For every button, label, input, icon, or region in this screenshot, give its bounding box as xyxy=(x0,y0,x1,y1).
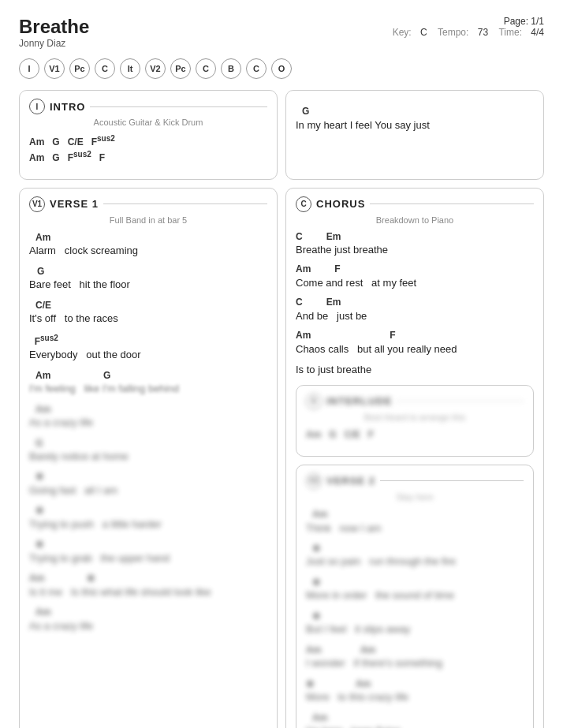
chorus-divider xyxy=(370,203,534,204)
chorus-chords3: C Em xyxy=(296,297,534,309)
intro-right-content: G In my heart I feel You say just xyxy=(296,105,534,133)
v1-chord4: Fsus2 xyxy=(29,333,267,349)
v1-chord1: Am xyxy=(35,231,267,245)
intro-chords: Am G C/E Fsus2 Am G Fsus2 F xyxy=(29,133,267,165)
verse2-blurred: Stay here Am Think now I am ⊕ Just so pa… xyxy=(306,492,524,728)
v1-chord5: Am G xyxy=(35,369,267,383)
nav-item-Pc2[interactable]: Pc xyxy=(170,58,191,79)
v1-lyric5: I'm feeling like I'm falling behind xyxy=(29,382,267,396)
nav-item-Pc1[interactable]: Pc xyxy=(69,58,90,79)
nav-item-I[interactable]: I xyxy=(19,58,39,79)
verse1-block2: G Bare feet hit the floor xyxy=(29,265,267,293)
chorus-chords2: Am F xyxy=(296,263,534,276)
main-grid: I INTRO Acoustic Guitar & Kick Drum Am G… xyxy=(19,90,544,728)
chorus-block1: C Em Breathe just breathe xyxy=(296,231,534,258)
verse1-block3: C/E It's off to the races xyxy=(29,299,267,327)
chorus-header: C CHORUS xyxy=(296,196,534,212)
chorus-block3: C Em And be just be xyxy=(296,297,534,323)
chorus-lyric5: Is to just breathe xyxy=(296,363,534,377)
verse1-subtitle: Full Band in at bar 5 xyxy=(29,215,267,225)
chorus-block4: Am F Chaos calls but all you really need xyxy=(296,330,534,357)
interlude-section-right: It INTERLUDE Best Heard to arrange this … xyxy=(296,385,534,457)
intro-divider xyxy=(90,106,267,107)
chorus-subtitle: Breakdown to Piano xyxy=(296,215,534,225)
intro-right-chord: G xyxy=(302,105,534,118)
artist-name: Jonny Diaz xyxy=(19,38,89,49)
key-tempo-time: Key: C Tempo: 73 Time: 4/4 xyxy=(386,27,544,38)
chorus-block5: Is to just breathe xyxy=(296,363,534,377)
chorus-lyric3: And be just be xyxy=(296,309,534,323)
verse1-title: VERSE 1 xyxy=(50,198,99,210)
intro-chord-row2: Am G Fsus2 F xyxy=(29,149,267,165)
header-meta: Page: 1/1 Key: C Tempo: 73 Time: 4/4 xyxy=(386,16,544,38)
verse1-section: V1 VERSE 1 Full Band in at bar 5 Am Alar… xyxy=(19,188,278,728)
page-info: Page: 1/1 xyxy=(386,16,544,27)
time-value: 4/4 xyxy=(531,27,544,38)
nav-item-C1[interactable]: C xyxy=(95,58,115,79)
song-title: Breathe xyxy=(19,16,89,38)
intro-right-section: G In my heart I feel You say just xyxy=(285,90,544,180)
chorus-lyric1: Breathe just breathe xyxy=(296,243,534,257)
v1-lyric1: Alarm clock screaming xyxy=(29,244,267,258)
v1-lyric4: Everybody out the door xyxy=(29,348,267,362)
verse1-block4: Fsus2 Everybody out the door xyxy=(29,333,267,363)
tempo-value: 73 xyxy=(478,27,488,38)
verse1-block1: Am Alarm clock screaming xyxy=(29,231,267,259)
verse1-badge: V1 xyxy=(29,196,45,212)
nav-item-It[interactable]: It xyxy=(120,58,140,79)
key-value: C xyxy=(420,27,427,38)
chorus-lyric4: Chaos calls but all you really need xyxy=(296,342,534,357)
nav-item-C2[interactable]: C xyxy=(196,58,216,79)
intro-header: I INTRO xyxy=(29,99,267,114)
header: Breathe Jonny Diaz Page: 1/1 Key: C Temp… xyxy=(19,16,544,55)
nav-item-V2[interactable]: V2 xyxy=(145,58,166,79)
nav-circles: I V1 Pc C It V2 Pc C B C O xyxy=(19,58,544,79)
nav-item-B[interactable]: B xyxy=(221,58,241,79)
chorus-lyric2: Come and rest at my feet xyxy=(296,276,534,290)
interlude-blurred: Best Heard to arrange this Am G C/E F xyxy=(306,413,524,442)
nav-item-O[interactable]: O xyxy=(271,58,292,79)
chorus-badge: C xyxy=(296,196,311,212)
chorus-chords4: Am F xyxy=(296,330,534,342)
nav-item-V1[interactable]: V1 xyxy=(44,58,65,79)
chorus-chords1: C Em xyxy=(296,231,534,244)
intro-subtitle: Acoustic Guitar & Kick Drum xyxy=(29,118,267,127)
intro-right-lyric: In my heart I feel You say just xyxy=(296,118,534,133)
verse1-divider xyxy=(103,203,267,204)
verse1-header: V1 VERSE 1 xyxy=(29,196,267,212)
v1-lyric2: Bare feet hit the floor xyxy=(29,278,267,292)
v1-chord2: G xyxy=(29,265,267,278)
intro-title: INTRO xyxy=(50,101,85,113)
nav-item-C3[interactable]: C xyxy=(246,58,267,79)
intro-badge: I xyxy=(29,99,45,114)
v1-chord3: C/E xyxy=(35,299,267,312)
verse1-block5: Am G I'm feeling like I'm falling behind xyxy=(29,369,267,397)
v1-lyric3: It's off to the races xyxy=(29,312,267,326)
verse1-blurred-content: Am As a crazy life G Barely notice at ho… xyxy=(29,403,267,634)
intro-chord-row1: Am G C/E Fsus2 xyxy=(29,133,267,149)
chorus-title: CHORUS xyxy=(316,198,365,210)
chorus-block2: Am F Come and rest at my feet xyxy=(296,263,534,290)
chorus-section: C CHORUS Breakdown to Piano C Em Breathe… xyxy=(285,188,544,728)
verse2-section-right: V2 VERSE 2 Stay here Am Think now I am ⊕… xyxy=(296,465,534,728)
intro-section: I INTRO Acoustic Guitar & Kick Drum Am G… xyxy=(19,90,278,180)
